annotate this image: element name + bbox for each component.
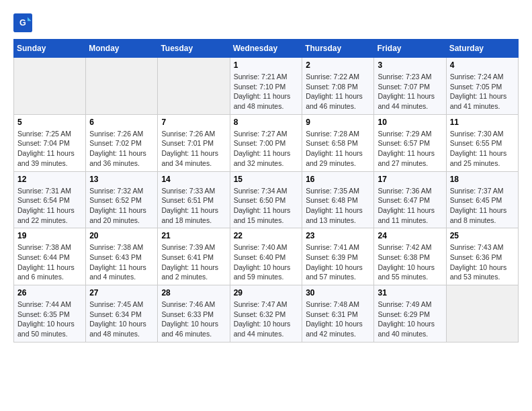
day-number: 4 <box>450 60 515 70</box>
day-info: Sunrise: 7:28 AM Sunset: 6:58 PM Dayligh… <box>306 129 370 169</box>
calendar-cell: 8Sunrise: 7:27 AM Sunset: 7:00 PM Daylig… <box>230 114 302 171</box>
day-info: Sunrise: 7:34 AM Sunset: 6:50 PM Dayligh… <box>234 186 299 226</box>
day-number: 9 <box>306 118 370 127</box>
calendar-cell: 2Sunrise: 7:22 AM Sunset: 7:08 PM Daylig… <box>302 58 374 115</box>
weekday-header: Saturday <box>446 40 518 58</box>
day-info: Sunrise: 7:46 AM Sunset: 6:33 PM Dayligh… <box>161 300 226 339</box>
day-info: Sunrise: 7:43 AM Sunset: 6:36 PM Dayligh… <box>450 242 515 282</box>
weekday-header: Tuesday <box>158 40 230 58</box>
day-number: 19 <box>17 231 82 240</box>
calendar-week-row: 1Sunrise: 7:21 AM Sunset: 7:10 PM Daylig… <box>14 58 519 115</box>
calendar-cell <box>446 285 518 342</box>
day-info: Sunrise: 7:22 AM Sunset: 7:08 PM Dayligh… <box>306 72 370 111</box>
day-number: 15 <box>234 175 299 184</box>
day-number: 7 <box>161 118 226 127</box>
day-number: 27 <box>89 288 154 298</box>
day-info: Sunrise: 7:35 AM Sunset: 6:48 PM Dayligh… <box>306 186 370 226</box>
day-info: Sunrise: 7:39 AM Sunset: 6:41 PM Dayligh… <box>161 242 226 282</box>
day-info: Sunrise: 7:38 AM Sunset: 6:44 PM Dayligh… <box>17 242 82 282</box>
day-info: Sunrise: 7:41 AM Sunset: 6:39 PM Dayligh… <box>306 242 370 282</box>
calendar-cell: 14Sunrise: 7:33 AM Sunset: 6:51 PM Dayli… <box>158 171 230 228</box>
day-info: Sunrise: 7:45 AM Sunset: 6:34 PM Dayligh… <box>89 300 154 339</box>
day-number: 14 <box>161 175 226 184</box>
day-info: Sunrise: 7:25 AM Sunset: 7:04 PM Dayligh… <box>17 129 82 169</box>
calendar-cell: 20Sunrise: 7:38 AM Sunset: 6:43 PM Dayli… <box>86 228 158 285</box>
day-info: Sunrise: 7:38 AM Sunset: 6:43 PM Dayligh… <box>89 242 154 282</box>
day-info: Sunrise: 7:26 AM Sunset: 7:01 PM Dayligh… <box>161 129 226 169</box>
calendar-cell <box>158 58 230 115</box>
day-number: 28 <box>161 288 226 298</box>
day-info: Sunrise: 7:27 AM Sunset: 7:00 PM Dayligh… <box>234 129 299 169</box>
calendar-cell: 7Sunrise: 7:26 AM Sunset: 7:01 PM Daylig… <box>158 114 230 171</box>
day-number: 22 <box>234 231 299 240</box>
calendar-cell <box>86 58 158 115</box>
day-number: 16 <box>306 175 370 184</box>
day-info: Sunrise: 7:31 AM Sunset: 6:54 PM Dayligh… <box>17 186 82 226</box>
weekday-header: Thursday <box>302 40 374 58</box>
calendar-cell: 11Sunrise: 7:30 AM Sunset: 6:55 PM Dayli… <box>446 114 518 171</box>
calendar-week-row: 19Sunrise: 7:38 AM Sunset: 6:44 PM Dayli… <box>14 228 519 285</box>
calendar-cell: 13Sunrise: 7:32 AM Sunset: 6:52 PM Dayli… <box>86 171 158 228</box>
day-info: Sunrise: 7:37 AM Sunset: 6:45 PM Dayligh… <box>450 186 515 226</box>
day-info: Sunrise: 7:36 AM Sunset: 6:47 PM Dayligh… <box>378 186 442 226</box>
calendar-cell: 16Sunrise: 7:35 AM Sunset: 6:48 PM Dayli… <box>302 171 374 228</box>
day-info: Sunrise: 7:32 AM Sunset: 6:52 PM Dayligh… <box>89 186 154 226</box>
day-info: Sunrise: 7:49 AM Sunset: 6:29 PM Dayligh… <box>378 300 442 339</box>
day-number: 1 <box>234 60 299 70</box>
svg-text:G: G <box>19 18 26 28</box>
calendar-cell: 15Sunrise: 7:34 AM Sunset: 6:50 PM Dayli… <box>230 171 302 228</box>
calendar-cell: 10Sunrise: 7:29 AM Sunset: 6:57 PM Dayli… <box>374 114 446 171</box>
day-number: 23 <box>306 231 370 240</box>
logo: G <box>13 13 35 32</box>
calendar-cell: 12Sunrise: 7:31 AM Sunset: 6:54 PM Dayli… <box>14 171 86 228</box>
calendar-cell: 25Sunrise: 7:43 AM Sunset: 6:36 PM Dayli… <box>446 228 518 285</box>
day-number: 10 <box>378 118 442 127</box>
calendar-cell: 19Sunrise: 7:38 AM Sunset: 6:44 PM Dayli… <box>14 228 86 285</box>
weekday-header-row: SundayMondayTuesdayWednesdayThursdayFrid… <box>14 40 519 58</box>
day-number: 8 <box>234 118 299 127</box>
calendar-cell: 6Sunrise: 7:26 AM Sunset: 7:02 PM Daylig… <box>86 114 158 171</box>
day-info: Sunrise: 7:44 AM Sunset: 6:35 PM Dayligh… <box>17 300 82 339</box>
calendar-cell: 3Sunrise: 7:23 AM Sunset: 7:07 PM Daylig… <box>374 58 446 115</box>
calendar-cell <box>14 58 86 115</box>
day-number: 3 <box>378 60 442 70</box>
calendar-cell: 18Sunrise: 7:37 AM Sunset: 6:45 PM Dayli… <box>446 171 518 228</box>
calendar-week-row: 26Sunrise: 7:44 AM Sunset: 6:35 PM Dayli… <box>14 285 519 342</box>
day-number: 30 <box>306 288 370 298</box>
calendar-cell: 1Sunrise: 7:21 AM Sunset: 7:10 PM Daylig… <box>230 58 302 115</box>
day-info: Sunrise: 7:48 AM Sunset: 6:31 PM Dayligh… <box>306 300 370 339</box>
day-number: 11 <box>450 118 515 127</box>
day-info: Sunrise: 7:42 AM Sunset: 6:38 PM Dayligh… <box>378 242 442 282</box>
weekday-header: Sunday <box>14 40 86 58</box>
calendar-cell: 4Sunrise: 7:24 AM Sunset: 7:05 PM Daylig… <box>446 58 518 115</box>
day-info: Sunrise: 7:47 AM Sunset: 6:32 PM Dayligh… <box>234 300 299 339</box>
calendar-table: SundayMondayTuesdayWednesdayThursdayFrid… <box>13 39 519 342</box>
calendar-week-row: 12Sunrise: 7:31 AM Sunset: 6:54 PM Dayli… <box>14 171 519 228</box>
day-number: 24 <box>378 231 442 240</box>
weekday-header: Friday <box>374 40 446 58</box>
calendar-cell: 31Sunrise: 7:49 AM Sunset: 6:29 PM Dayli… <box>374 285 446 342</box>
day-number: 12 <box>17 175 82 184</box>
day-number: 2 <box>306 60 370 70</box>
calendar-cell: 26Sunrise: 7:44 AM Sunset: 6:35 PM Dayli… <box>14 285 86 342</box>
day-number: 6 <box>89 118 154 127</box>
logo-icon: G <box>13 13 32 32</box>
calendar-cell: 17Sunrise: 7:36 AM Sunset: 6:47 PM Dayli… <box>374 171 446 228</box>
day-info: Sunrise: 7:23 AM Sunset: 7:07 PM Dayligh… <box>378 72 442 111</box>
day-number: 26 <box>17 288 82 298</box>
day-number: 29 <box>234 288 299 298</box>
day-number: 13 <box>89 175 154 184</box>
calendar-cell: 22Sunrise: 7:40 AM Sunset: 6:40 PM Dayli… <box>230 228 302 285</box>
day-number: 21 <box>161 231 226 240</box>
day-info: Sunrise: 7:33 AM Sunset: 6:51 PM Dayligh… <box>161 186 226 226</box>
calendar-cell: 27Sunrise: 7:45 AM Sunset: 6:34 PM Dayli… <box>86 285 158 342</box>
day-number: 31 <box>378 288 442 298</box>
day-info: Sunrise: 7:26 AM Sunset: 7:02 PM Dayligh… <box>89 129 154 169</box>
calendar-cell: 5Sunrise: 7:25 AM Sunset: 7:04 PM Daylig… <box>14 114 86 171</box>
day-number: 18 <box>450 175 515 184</box>
day-info: Sunrise: 7:29 AM Sunset: 6:57 PM Dayligh… <box>378 129 442 169</box>
day-number: 17 <box>378 175 442 184</box>
calendar-cell: 21Sunrise: 7:39 AM Sunset: 6:41 PM Dayli… <box>158 228 230 285</box>
day-info: Sunrise: 7:40 AM Sunset: 6:40 PM Dayligh… <box>234 242 299 282</box>
day-number: 25 <box>450 231 515 240</box>
